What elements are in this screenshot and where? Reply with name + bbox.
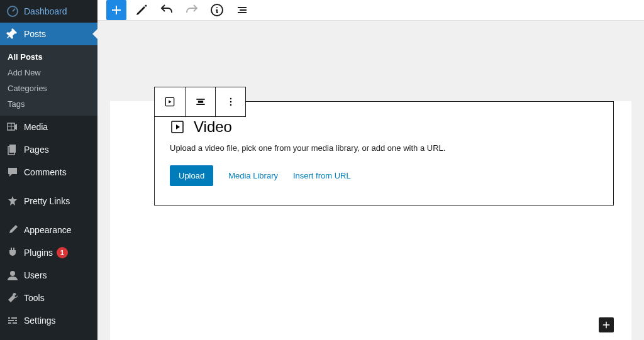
sidebar-subitem-all-posts[interactable]: All Posts: [0, 49, 97, 65]
user-icon: [6, 269, 19, 282]
sidebar-item-users[interactable]: Users: [0, 264, 97, 287]
append-block-button[interactable]: [599, 317, 614, 332]
svg-point-10: [230, 104, 231, 106]
svg-point-9: [230, 101, 231, 103]
sidebar-item-dashboard[interactable]: Dashboard: [0, 0, 97, 23]
placeholder-description: Upload a video file, pick one from your …: [170, 143, 598, 153]
block-type-button[interactable]: [155, 87, 185, 116]
plugins-update-badge: 1: [57, 247, 68, 258]
sidebar-submenu-posts: All Posts Add New Categories Tags: [0, 45, 97, 116]
placeholder-title: Video: [194, 118, 232, 136]
plug-icon: [6, 246, 19, 259]
sidebar-label: Settings: [24, 315, 56, 326]
sidebar-item-pretty-links[interactable]: Pretty Links: [0, 190, 97, 212]
sidebar-label: Pretty Links: [24, 196, 70, 206]
star-icon: [6, 195, 19, 207]
editor-canvas: Video Upload a video file, pick one from…: [97, 21, 644, 340]
sidebar-label: Pages: [24, 145, 49, 155]
sidebar-item-settings[interactable]: Settings: [0, 309, 97, 332]
placeholder-header: Video: [170, 118, 598, 136]
wrench-icon: [6, 292, 19, 304]
sidebar-item-comments[interactable]: Comments: [0, 161, 97, 184]
insert-from-url-button[interactable]: Insert from URL: [293, 171, 351, 180]
sidebar-label: Dashboard: [24, 6, 67, 16]
sidebar-item-pages[interactable]: Pages: [0, 138, 97, 161]
block-toolbar: [154, 87, 246, 117]
media-icon: [6, 121, 19, 133]
canvas-inner: Video Upload a video file, pick one from…: [110, 101, 631, 340]
comment-icon: [6, 166, 19, 178]
svg-rect-7: [197, 101, 203, 102]
sidebar-label: Users: [24, 270, 47, 280]
sidebar-label: Comments: [24, 167, 67, 177]
block-more-button[interactable]: [215, 87, 245, 116]
sidebar-item-media[interactable]: Media: [0, 116, 97, 138]
pages-icon: [6, 143, 19, 156]
sidebar-item-tools[interactable]: Tools: [0, 287, 97, 309]
svg-point-4: [10, 271, 15, 276]
sidebar-label: Tools: [24, 293, 45, 303]
sidebar-item-plugins[interactable]: Plugins 1: [0, 241, 97, 264]
placeholder-actions: Upload Media Library Insert from URL: [170, 165, 598, 186]
undo-button[interactable]: [157, 0, 177, 20]
editor-main: Video Upload a video file, pick one from…: [97, 0, 644, 340]
upload-button[interactable]: Upload: [170, 165, 213, 186]
sidebar-subitem-categories[interactable]: Categories: [0, 80, 97, 96]
block-inserter-button[interactable]: [106, 0, 126, 20]
editor-topbar: [97, 0, 644, 21]
svg-point-8: [230, 98, 231, 100]
sidebar-subitem-tags[interactable]: Tags: [0, 96, 97, 112]
sidebar-item-appearance[interactable]: Appearance: [0, 219, 97, 241]
sidebar-item-posts[interactable]: Posts: [0, 23, 97, 45]
tools-edit-button[interactable]: [131, 0, 152, 20]
redo-button[interactable]: [182, 0, 202, 20]
dashboard-icon: [6, 5, 19, 18]
media-library-button[interactable]: Media Library: [228, 171, 278, 180]
document-info-button[interactable]: [207, 0, 227, 20]
sidebar-subitem-add-new[interactable]: Add New: [0, 65, 97, 80]
video-icon: [170, 119, 185, 134]
sidebar-label: Plugins: [24, 248, 53, 258]
sidebar-label: Appearance: [24, 225, 72, 235]
sliders-icon: [6, 314, 19, 327]
brush-icon: [6, 224, 19, 236]
admin-sidebar: Dashboard Posts All Posts Add New Catego…: [0, 0, 97, 340]
block-align-button[interactable]: [185, 87, 215, 116]
pin-icon: [6, 28, 19, 40]
sidebar-label: Media: [24, 122, 48, 132]
document-outline-button[interactable]: [232, 0, 252, 20]
sidebar-label: Posts: [24, 29, 46, 39]
